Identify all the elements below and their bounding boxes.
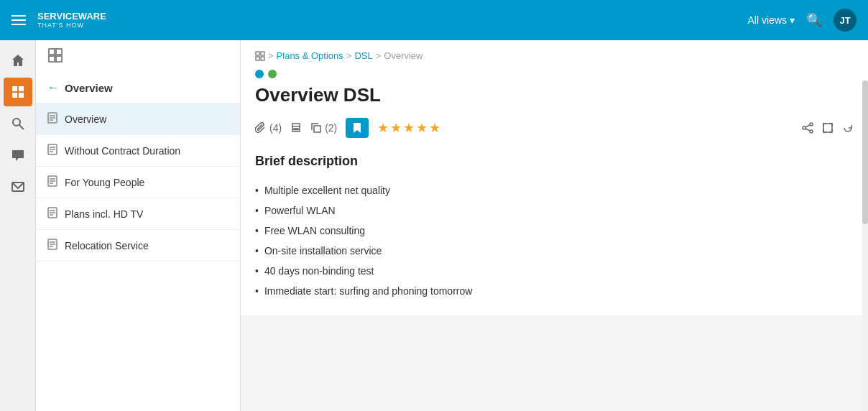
star-rating[interactable]: ★ ★ ★ ★ ★: [377, 120, 440, 136]
content-toolbar: (4) (2): [241, 114, 868, 147]
svg-point-4: [13, 119, 20, 126]
star-2: ★: [390, 120, 402, 136]
attachment-icon: [255, 122, 267, 134]
attachment-button[interactable]: (4): [255, 122, 282, 134]
svg-rect-36: [294, 129, 298, 130]
document-icon: [47, 112, 57, 126]
svg-rect-43: [823, 124, 832, 132]
svg-point-39: [803, 126, 805, 129]
copy-count: (2): [325, 122, 337, 134]
header-left: SERVICEWARE THAT'S HOW: [11, 11, 106, 29]
content-wrapper: > Plans & Options > DSL > Overview Overv…: [241, 40, 868, 411]
user-initials: JT: [839, 15, 850, 26]
back-button[interactable]: ←: [47, 81, 59, 94]
list-item: On-site installation service: [255, 241, 854, 261]
document-icon-2: [47, 144, 57, 157]
document-icon-3: [47, 175, 57, 189]
star-1: ★: [377, 120, 389, 136]
status-dots: [241, 67, 868, 81]
star-3: ★: [403, 120, 415, 136]
nav-mail-button[interactable]: [4, 172, 32, 201]
document-icon-5: [47, 239, 57, 252]
svg-line-5: [19, 125, 24, 129]
logo-sub: THAT'S HOW: [37, 22, 106, 29]
sidebar-item-label-3: For Young People: [65, 177, 144, 188]
nav-search-button[interactable]: [4, 109, 32, 138]
refresh-button[interactable]: [842, 122, 854, 134]
page-title: Overview DSL: [241, 81, 868, 114]
svg-rect-3: [19, 93, 24, 98]
sidebar: ← Overview Overview Without Contract Dur…: [36, 40, 241, 411]
user-avatar[interactable]: JT: [834, 9, 857, 32]
svg-rect-0: [12, 86, 17, 91]
copy-button[interactable]: (2): [310, 122, 337, 134]
sidebar-item-for-young-people[interactable]: For Young People: [36, 167, 240, 198]
logo: SERVICEWARE THAT'S HOW: [37, 11, 106, 29]
svg-line-41: [805, 125, 810, 127]
svg-rect-33: [256, 57, 259, 60]
share-icon: [802, 122, 813, 134]
sidebar-item-label-2: Without Contract Duration: [65, 145, 180, 157]
main-layout: ← Overview Overview Without Contract Dur…: [0, 40, 868, 411]
content-body: Brief description Multiple excellent net…: [241, 147, 868, 315]
svg-point-40: [810, 130, 813, 133]
status-dot-blue: [255, 70, 264, 78]
nav-catalog-button[interactable]: [4, 78, 32, 106]
content-area: > Plans & Options > DSL > Overview Overv…: [241, 40, 868, 315]
scrollbar-thumb[interactable]: [862, 80, 868, 224]
svg-rect-10: [56, 56, 62, 62]
sidebar-item-relocation-service[interactable]: Relocation Service: [36, 230, 240, 262]
attachment-count: (4): [269, 122, 282, 134]
sidebar-category-icon: [36, 40, 240, 73]
svg-rect-7: [49, 49, 55, 55]
svg-rect-37: [314, 126, 320, 132]
breadcrumb-separator-0: >: [268, 50, 274, 61]
sidebar-item-overview[interactable]: Overview: [36, 103, 240, 135]
svg-point-38: [810, 123, 813, 126]
svg-rect-8: [56, 49, 62, 55]
svg-rect-32: [261, 52, 264, 55]
search-icon[interactable]: 🔍: [806, 12, 822, 28]
breadcrumb-sep-1: >: [346, 50, 352, 61]
star-4: ★: [416, 120, 428, 136]
breadcrumb-overview: Overview: [384, 50, 423, 61]
sidebar-item-label: Overview: [65, 114, 106, 125]
bookmark-icon: [352, 122, 362, 134]
top-header: SERVICEWARE THAT'S HOW All views ▾ 🔍 JT: [0, 0, 868, 40]
views-selector[interactable]: All views ▾: [748, 14, 795, 26]
icon-nav: [0, 40, 36, 411]
svg-rect-9: [49, 56, 55, 62]
share-button[interactable]: [802, 122, 813, 134]
bookmark-button[interactable]: [346, 118, 369, 138]
scrollbar[interactable]: [862, 80, 868, 411]
document-icon-4: [47, 207, 57, 221]
list-item: Immediate start: surfing and phoning tom…: [255, 281, 854, 301]
copy-icon: [310, 122, 322, 134]
views-label: All views: [748, 14, 787, 26]
svg-rect-1: [19, 86, 24, 91]
sidebar-item-plans-hd-tv[interactable]: Plans incl. HD TV: [36, 198, 240, 230]
chevron-down-icon: ▾: [790, 14, 795, 26]
status-dot-green: [268, 70, 277, 78]
hamburger-menu-button[interactable]: [11, 15, 26, 25]
sidebar-item-label-5: Relocation Service: [65, 240, 149, 251]
breadcrumb: > Plans & Options > DSL > Overview: [241, 40, 868, 67]
sidebar-title: Overview: [65, 82, 113, 94]
breadcrumb-dsl[interactable]: DSL: [354, 50, 372, 61]
print-button[interactable]: [290, 122, 302, 134]
bullet-list: Multiple excellent net qualityPowerful W…: [255, 180, 854, 301]
breadcrumb-plans-options[interactable]: Plans & Options: [277, 50, 343, 61]
star-5: ★: [429, 120, 440, 136]
breadcrumb-sep-2: >: [376, 50, 382, 61]
header-right: All views ▾ 🔍 JT: [748, 9, 857, 32]
expand-button[interactable]: [822, 122, 834, 134]
nav-chat-button[interactable]: [4, 141, 32, 170]
svg-rect-31: [256, 52, 259, 55]
svg-rect-34: [261, 57, 264, 60]
logo-main: SERVICEWARE: [37, 11, 106, 22]
breadcrumb-icon: [255, 51, 265, 61]
print-icon: [290, 122, 302, 134]
list-item: Free WLAN consulting: [255, 221, 854, 241]
nav-home-button[interactable]: [4, 46, 32, 75]
sidebar-item-without-contract[interactable]: Without Contract Duration: [36, 135, 240, 167]
